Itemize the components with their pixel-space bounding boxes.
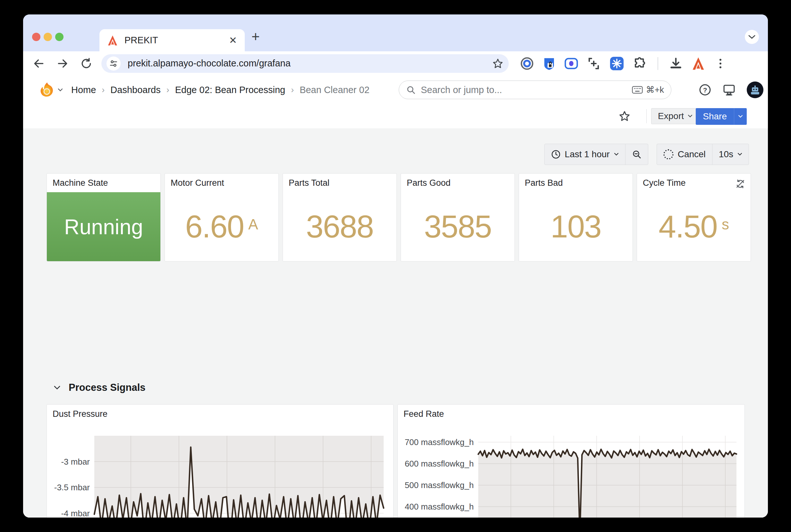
breadcrumb-separator: › <box>102 85 104 95</box>
org-switcher-chevron-icon[interactable] <box>58 88 63 92</box>
panel-dust-pressure: -3 mbar-3.5 mbar-4 mbar-4.5 mbar18:3018:… <box>46 404 393 517</box>
panel-title[interactable]: Feed Rate <box>404 409 444 419</box>
stat-panel-parts-bad: Parts Bad103 <box>519 173 633 262</box>
svg-text:?: ? <box>703 86 707 94</box>
stat-value: 3688 <box>283 192 397 261</box>
svg-text:400 massflowkg_h: 400 massflowkg_h <box>405 502 474 511</box>
address-bar[interactable]: prekit.alpamayo-chocolate.com/grafana <box>101 54 509 73</box>
stat-value: 4.50s <box>637 192 751 261</box>
search-shortcut: ⌘+k <box>632 85 664 95</box>
keyboard-icon <box>632 86 643 94</box>
alpamayo-profile-icon[interactable] <box>692 57 705 70</box>
stat-value: 103 <box>519 192 633 261</box>
screenshot-crop-icon[interactable] <box>587 57 600 70</box>
extension-oval-icon[interactable] <box>564 58 578 69</box>
loading-spinner-icon <box>663 149 674 159</box>
favorite-star-icon[interactable] <box>618 110 631 122</box>
forward-icon[interactable] <box>56 57 69 70</box>
stat-panel-motor-current: Motor Current6.60A <box>165 173 279 262</box>
sync-off-icon <box>735 179 746 189</box>
tab-title: PREKIT <box>124 35 229 45</box>
chevron-down-icon <box>54 386 60 390</box>
tab-search-chevron-icon[interactable] <box>745 30 759 44</box>
back-icon[interactable] <box>33 57 45 70</box>
stat-value: Running <box>64 215 143 239</box>
zoom-out-button[interactable] <box>625 144 648 165</box>
panel-title[interactable]: Dust Pressure <box>53 409 108 419</box>
row-process-signals[interactable]: Process Signals <box>54 382 146 393</box>
chevron-down-icon <box>737 153 742 156</box>
dashboard-actions-row: Export Share <box>23 104 768 129</box>
section-title: Process Signals <box>69 382 146 393</box>
onepassword-icon[interactable] <box>520 57 534 70</box>
search-icon <box>406 85 416 95</box>
browser-menu-kebab-icon[interactable] <box>714 57 727 70</box>
window-zoom-button[interactable] <box>55 33 63 41</box>
stat-value: 6.60A <box>165 192 278 261</box>
breadcrumb: Home › Dashboards › Edge 02: Bean Proces… <box>71 85 369 95</box>
grafana-header: Home › Dashboards › Edge 02: Bean Proces… <box>23 75 768 104</box>
panel-title[interactable]: Cycle Time <box>643 178 686 188</box>
breadcrumb-dashboards[interactable]: Dashboards <box>110 85 160 95</box>
refresh-interval-picker[interactable]: 10s <box>712 144 749 165</box>
breadcrumb-current: Bean Cleaner 02 <box>300 85 369 95</box>
search-input[interactable]: Search or jump to... ⌘+k <box>399 80 671 99</box>
panel-title[interactable]: Parts Bad <box>525 178 563 188</box>
tab-close-icon[interactable]: ✕ <box>229 35 237 46</box>
panel-title[interactable]: Motor Current <box>171 178 224 188</box>
user-avatar[interactable] <box>747 81 764 98</box>
panel-feed-rate: 700 massflowkg_h600 massflowkg_h500 mass… <box>398 404 745 517</box>
tab-strip: PREKIT ✕ + <box>23 15 768 51</box>
breadcrumb-folder[interactable]: Edge 02: Bean Processing <box>175 85 285 95</box>
extensions-puzzle-icon[interactable] <box>633 57 647 70</box>
stat-panel-cycle-time: Cycle Time4.50s <box>637 173 751 262</box>
extensions-row <box>520 56 727 71</box>
zoom-out-icon <box>632 150 641 159</box>
stat-panel-parts-total: Parts Total3688 <box>283 173 397 262</box>
dust-pressure-chart: -3 mbar-3.5 mbar-4 mbar-4.5 mbar18:3018:… <box>47 405 394 517</box>
window-close-button[interactable] <box>32 33 40 41</box>
url-text[interactable]: prekit.alpamayo-chocolate.com/grafana <box>128 58 492 69</box>
panel-title[interactable]: Parts Good <box>407 178 451 188</box>
browser-window: PREKIT ✕ + prekit.alpamayo-chocolate.com… <box>23 15 768 517</box>
favicon-alpamayo-icon <box>107 35 118 46</box>
search-placeholder: Search or jump to... <box>421 85 632 95</box>
stat-value: 3585 <box>401 192 515 261</box>
svg-text:500 massflowkg_h: 500 massflowkg_h <box>405 480 474 490</box>
refresh-cancel-button[interactable]: Cancel <box>657 144 712 165</box>
svg-text:-3.5 mbar: -3.5 mbar <box>54 482 90 492</box>
svg-text:700 massflowkg_h: 700 massflowkg_h <box>405 437 474 447</box>
site-settings-icon[interactable] <box>107 56 121 71</box>
stat-panel-parts-good: Parts Good3585 <box>401 173 515 262</box>
breadcrumb-home[interactable]: Home <box>71 85 96 95</box>
time-controls: Last 1 hour Cancel 10s <box>544 144 749 165</box>
help-icon[interactable]: ? <box>699 83 711 96</box>
downloads-icon[interactable] <box>669 57 682 70</box>
browser-toolbar: prekit.alpamayo-chocolate.com/grafana <box>23 51 768 75</box>
snowflake-extension-icon[interactable] <box>610 56 624 71</box>
share-button-group: Share <box>696 108 747 125</box>
toolbar-divider <box>658 57 658 70</box>
panel-title[interactable]: Machine State <box>53 178 108 188</box>
grafana-logo-icon[interactable] <box>39 82 55 98</box>
privacy-shield-icon[interactable] <box>543 56 556 71</box>
new-tab-button[interactable]: + <box>251 28 260 44</box>
reload-icon[interactable] <box>80 57 92 70</box>
dashboard-canvas: Last 1 hour Cancel 10s Machine StateRunn… <box>23 128 768 517</box>
bookmark-star-icon[interactable] <box>492 58 504 69</box>
stat-panels-row: Machine StateRunningMotor Current6.60APa… <box>46 173 751 262</box>
breadcrumb-separator: › <box>291 85 294 95</box>
share-button[interactable]: Share <box>696 108 734 125</box>
feed-rate-chart: 700 massflowkg_h600 massflowkg_h500 mass… <box>398 405 745 517</box>
chevron-down-icon <box>688 115 693 118</box>
stat-panel-machine-state: Machine StateRunning <box>46 173 161 262</box>
kiosk-monitor-icon[interactable] <box>722 83 736 96</box>
export-button[interactable]: Export <box>651 108 699 124</box>
window-minimize-button[interactable] <box>44 33 52 41</box>
share-chevron-icon[interactable] <box>734 108 747 125</box>
clock-icon <box>551 150 561 159</box>
browser-tab[interactable]: PREKIT ✕ <box>99 29 245 51</box>
panel-title[interactable]: Parts Total <box>289 178 329 188</box>
time-range-picker[interactable]: Last 1 hour <box>545 144 625 165</box>
svg-text:600 massflowkg_h: 600 massflowkg_h <box>405 459 474 469</box>
